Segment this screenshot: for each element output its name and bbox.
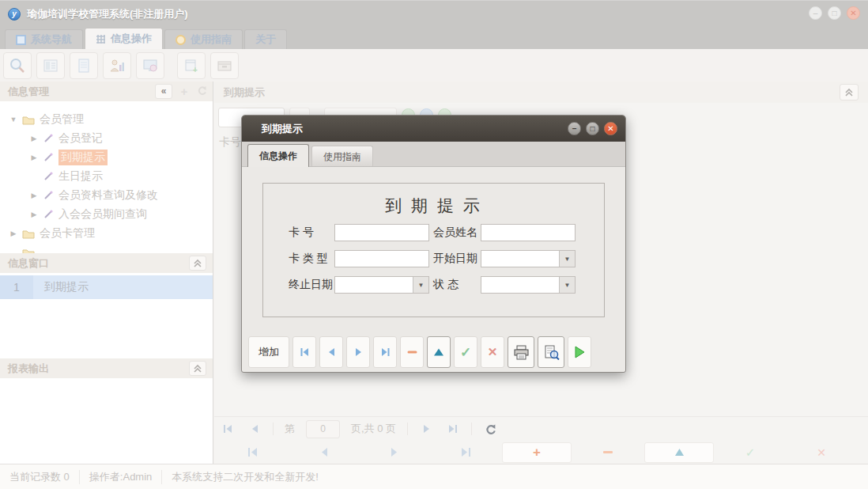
application-window: y 瑜伽培训学校管理系统(非注册用户) – □ ✕ 系统导航 信息操作: [0, 0, 868, 489]
tree-item-birthday-reminder[interactable]: 生日提示: [0, 167, 213, 186]
dialog-body: 到 期 提 示 卡 号 会员姓名 卡 类 型 开始日期: [242, 167, 625, 372]
record-confirm-button[interactable]: ✓: [715, 442, 785, 463]
tab-info-ops[interactable]: 信息操作: [85, 28, 163, 49]
dialog-minimize-button[interactable]: –: [568, 122, 581, 135]
page-prev-button[interactable]: [241, 424, 268, 434]
edit-button[interactable]: [427, 336, 451, 368]
collapse-left-icon[interactable]: «: [155, 84, 172, 99]
svg-text:+: +: [193, 66, 198, 74]
first-record-button[interactable]: [292, 336, 316, 368]
search-icon: [9, 57, 26, 74]
monitor-view-icon: [142, 58, 158, 74]
wand-icon: [43, 190, 54, 201]
record-first-button[interactable]: [217, 442, 287, 463]
monitor-view-button[interactable]: [136, 52, 164, 79]
tree-item-member-query-edit[interactable]: ▶ 会员资料查询及修改: [0, 186, 213, 205]
dialog-maximize-button[interactable]: □: [586, 122, 599, 135]
start-date-combo[interactable]: ▼: [481, 250, 576, 267]
dialog-tab-info-ops[interactable]: 信息操作: [247, 144, 309, 167]
chevron-down-icon[interactable]: ▼: [413, 277, 428, 293]
toolbar: +: [0, 49, 868, 82]
play-icon: [573, 346, 586, 358]
title-bar: y 瑜伽培训学校管理系统(非注册用户) – □ ✕ 系统导航 信息操作: [0, 0, 868, 49]
record-prev-button[interactable]: [289, 442, 358, 463]
add-button[interactable]: 增加: [248, 336, 289, 368]
end-date-combo[interactable]: ▼: [334, 276, 429, 294]
dialog-close-button[interactable]: ✕: [604, 122, 617, 135]
record-add-button[interactable]: +: [502, 442, 572, 463]
page-last-button[interactable]: [440, 424, 466, 434]
tree-item-partial: [0, 243, 213, 254]
plus-icon[interactable]: +: [176, 84, 192, 99]
delete-button[interactable]: [400, 336, 424, 368]
document-button[interactable]: [70, 52, 98, 79]
prev-record-button[interactable]: [319, 336, 343, 368]
print-preview-button[interactable]: [538, 336, 564, 368]
content-header: 到期提示: [214, 82, 868, 103]
member-name-input[interactable]: [481, 224, 576, 241]
record-cancel-button[interactable]: ✕: [787, 442, 856, 463]
collapse-up-icon[interactable]: [189, 361, 206, 376]
member-chart-button[interactable]: [103, 52, 131, 79]
report-list-button[interactable]: [36, 52, 65, 79]
window-add-button[interactable]: +: [177, 52, 206, 79]
expand-right-icon[interactable]: ▶: [28, 154, 40, 161]
record-delete-button[interactable]: [573, 442, 643, 463]
square-icon: [16, 35, 26, 45]
tab-system-nav[interactable]: 系统导航: [5, 29, 83, 49]
status-message: 本系统支持二次开发和全新开发!: [162, 470, 328, 484]
close-button[interactable]: ✕: [847, 6, 860, 20]
minimize-button[interactable]: –: [809, 6, 822, 20]
card-no-input[interactable]: [334, 224, 429, 241]
run-button[interactable]: [568, 336, 591, 368]
list-item-expiry-reminder[interactable]: 1 到期提示: [0, 275, 213, 299]
member-name-label: 会员姓名: [433, 226, 481, 240]
dialog-tab-user-guide[interactable]: 使用指南: [311, 146, 373, 166]
pagination-bar: 第 页,共 0 页: [214, 416, 868, 441]
record-next-button[interactable]: [360, 442, 429, 463]
dialog-title-bar[interactable]: 到期提示 – □ ✕: [242, 116, 625, 142]
next-record-button[interactable]: [346, 336, 370, 368]
folder-icon: [22, 229, 35, 239]
plus-icon: +: [533, 445, 541, 461]
report-list-icon: [43, 58, 58, 74]
tab-user-guide[interactable]: 使用指南: [164, 29, 243, 49]
tree-item-member-mgmt[interactable]: ▼ 会员管理: [0, 110, 213, 129]
page-next-button[interactable]: [413, 424, 440, 434]
clock-icon: [175, 35, 186, 45]
confirm-button[interactable]: ✓: [454, 336, 477, 368]
collapse-up-icon[interactable]: [189, 256, 206, 271]
expand-right-icon[interactable]: ▶: [28, 135, 40, 142]
expand-right-icon[interactable]: ▶: [28, 210, 40, 218]
record-edit-button[interactable]: [644, 442, 714, 463]
tree-item-expiry-reminder[interactable]: ▶ 到期提示: [0, 148, 213, 167]
refresh-icon[interactable]: [194, 84, 209, 99]
wand-icon: [43, 152, 54, 163]
page-first-button[interactable]: [214, 424, 241, 434]
expand-right-icon[interactable]: ▶: [28, 191, 40, 199]
expand-right-icon[interactable]: ▶: [8, 229, 19, 237]
collapse-up-icon[interactable]: [840, 84, 859, 100]
page-refresh-button[interactable]: [477, 423, 504, 435]
search-button[interactable]: [3, 52, 32, 79]
card-type-input[interactable]: [334, 250, 429, 267]
dialog-title: 到期提示: [262, 123, 303, 135]
tree-item-member-register[interactable]: ▶ 会员登记: [0, 129, 213, 148]
last-record-button[interactable]: [373, 336, 397, 368]
status-combo[interactable]: ▼: [481, 276, 576, 294]
cancel-button[interactable]: ✕: [481, 336, 504, 368]
archive-folder-button[interactable]: [210, 52, 239, 79]
tree-item-membership-period-query[interactable]: ▶ 入会会员期间查询: [0, 205, 213, 224]
panel-header-reports: 报表输出: [0, 358, 213, 378]
chevron-down-icon[interactable]: ▼: [559, 251, 575, 267]
print-preview-icon: [543, 345, 560, 360]
expand-down-icon[interactable]: ▼: [8, 116, 19, 123]
maximize-button[interactable]: □: [828, 6, 841, 20]
chevron-down-icon[interactable]: ▼: [559, 277, 575, 293]
print-button[interactable]: [508, 336, 534, 368]
tab-about[interactable]: 关于: [244, 29, 287, 49]
page-number-input[interactable]: [306, 420, 340, 438]
record-last-button[interactable]: [431, 442, 500, 463]
tree-item-card-mgmt[interactable]: ▶ 会员卡管理: [0, 224, 213, 243]
sidebar: 信息管理 « + ▼ 会员管理 ▶ 会员登记: [0, 82, 213, 464]
